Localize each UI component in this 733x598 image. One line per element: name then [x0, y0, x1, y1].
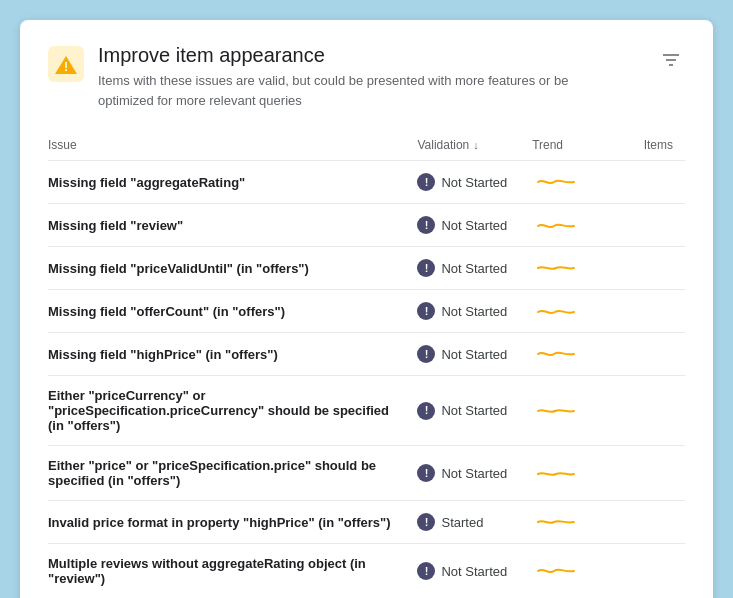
issue-text: Multiple reviews without aggregateRating… [48, 556, 366, 586]
issue-text: Missing field "offerCount" (in "offers") [48, 304, 285, 319]
validation-cell: ! Not Started [417, 446, 532, 501]
validation-badge: ! [417, 345, 435, 363]
issue-cell: Either "priceCurrency" or "priceSpecific… [48, 376, 417, 446]
validation-cell: ! Not Started [417, 290, 532, 333]
validation-label: Not Started [441, 564, 507, 579]
warning-icon: ! [48, 46, 84, 82]
validation-badge: ! [417, 402, 435, 420]
items-cell [621, 376, 685, 446]
validation-badge: ! [417, 562, 435, 580]
validation-badge: ! [417, 259, 435, 277]
table-row: Invalid price format in property "highPr… [48, 501, 685, 544]
col-trend: Trend [532, 130, 621, 161]
trend-cell [532, 544, 621, 599]
header-left: ! Improve item appearance Items with the… [48, 44, 618, 110]
validation-cell: ! Not Started [417, 333, 532, 376]
trend-cell [532, 290, 621, 333]
trend-cell [532, 501, 621, 544]
trend-cell [532, 161, 621, 204]
issue-text: Invalid price format in property "highPr… [48, 515, 390, 530]
table-row: Missing field "aggregateRating" ! Not St… [48, 161, 685, 204]
items-cell [621, 161, 685, 204]
issue-text: Missing field "aggregateRating" [48, 175, 245, 190]
col-issue: Issue [48, 130, 417, 161]
items-cell [621, 290, 685, 333]
sort-icon: ↓ [473, 139, 479, 151]
items-cell [621, 247, 685, 290]
table-row: Either "price" or "priceSpecification.pr… [48, 446, 685, 501]
validation-badge: ! [417, 216, 435, 234]
issue-text: Missing field "review" [48, 218, 183, 233]
card-header: ! Improve item appearance Items with the… [48, 44, 685, 110]
issue-cell: Missing field "aggregateRating" [48, 161, 417, 204]
validation-label: Started [441, 515, 483, 530]
validation-label: Not Started [441, 261, 507, 276]
issue-cell: Missing field "review" [48, 204, 417, 247]
items-cell [621, 446, 685, 501]
issue-text: Missing field "priceValidUntil" (in "off… [48, 261, 309, 276]
page-description: Items with these issues are valid, but c… [98, 71, 618, 110]
issue-cell: Missing field "priceValidUntil" (in "off… [48, 247, 417, 290]
validation-cell: ! Not Started [417, 376, 532, 446]
issues-table: Issue Validation ↓ Trend Items Missing f… [48, 130, 685, 598]
validation-cell: ! Not Started [417, 247, 532, 290]
main-card: ! Improve item appearance Items with the… [20, 20, 713, 598]
validation-label: Not Started [441, 466, 507, 481]
issue-cell: Invalid price format in property "highPr… [48, 501, 417, 544]
issue-cell: Multiple reviews without aggregateRating… [48, 544, 417, 599]
table-row: Missing field "review" ! Not Started [48, 204, 685, 247]
validation-cell: ! Not Started [417, 544, 532, 599]
table-row: Missing field "offerCount" (in "offers")… [48, 290, 685, 333]
validation-cell: ! Not Started [417, 204, 532, 247]
issue-text: Either "price" or "priceSpecification.pr… [48, 458, 376, 488]
validation-badge: ! [417, 173, 435, 191]
validation-badge: ! [417, 464, 435, 482]
items-cell [621, 204, 685, 247]
validation-label: Not Started [441, 175, 507, 190]
validation-label: Not Started [441, 304, 507, 319]
table-row: Missing field "highPrice" (in "offers") … [48, 333, 685, 376]
trend-cell [532, 204, 621, 247]
trend-cell [532, 247, 621, 290]
trend-cell [532, 376, 621, 446]
filter-icon[interactable] [657, 48, 685, 77]
issue-cell: Missing field "highPrice" (in "offers") [48, 333, 417, 376]
issue-text: Either "priceCurrency" or "priceSpecific… [48, 388, 389, 433]
table-row: Missing field "priceValidUntil" (in "off… [48, 247, 685, 290]
svg-text:!: ! [64, 60, 68, 74]
validation-label: Not Started [441, 347, 507, 362]
validation-label: Not Started [441, 218, 507, 233]
col-validation[interactable]: Validation ↓ [417, 130, 532, 161]
items-cell [621, 333, 685, 376]
trend-cell [532, 333, 621, 376]
validation-badge: ! [417, 513, 435, 531]
issue-cell: Missing field "offerCount" (in "offers") [48, 290, 417, 333]
table-row: Multiple reviews without aggregateRating… [48, 544, 685, 599]
validation-badge: ! [417, 302, 435, 320]
validation-cell: ! Not Started [417, 161, 532, 204]
table-header-row: Issue Validation ↓ Trend Items [48, 130, 685, 161]
validation-label: Not Started [441, 403, 507, 418]
page-title: Improve item appearance [98, 44, 618, 67]
issue-cell: Either "price" or "priceSpecification.pr… [48, 446, 417, 501]
items-cell [621, 501, 685, 544]
validation-cell: ! Started [417, 501, 532, 544]
items-cell [621, 544, 685, 599]
trend-cell [532, 446, 621, 501]
header-text: Improve item appearance Items with these… [98, 44, 618, 110]
col-items: Items [621, 130, 685, 161]
issue-text: Missing field "highPrice" (in "offers") [48, 347, 278, 362]
table-row: Either "priceCurrency" or "priceSpecific… [48, 376, 685, 446]
